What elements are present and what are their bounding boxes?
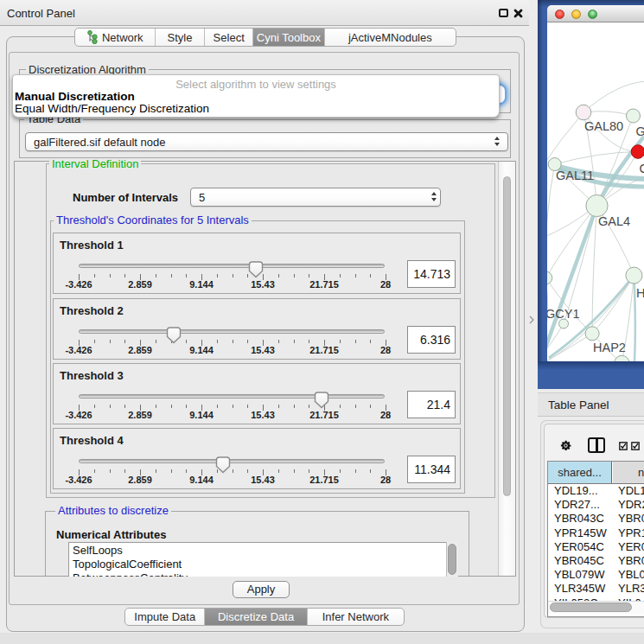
svg-text:HAP2: HAP2 (593, 341, 626, 354)
svg-text:H: H (636, 286, 644, 300)
svg-text:GAL80: GAL80 (584, 119, 623, 133)
svg-text:GAL11: GAL11 (556, 169, 594, 182)
svg-text:GAL4: GAL4 (598, 214, 630, 228)
svg-text:G: G (636, 124, 644, 138)
svg-text:C: C (640, 162, 644, 175)
svg-text:GCY1: GCY1 (547, 307, 580, 321)
